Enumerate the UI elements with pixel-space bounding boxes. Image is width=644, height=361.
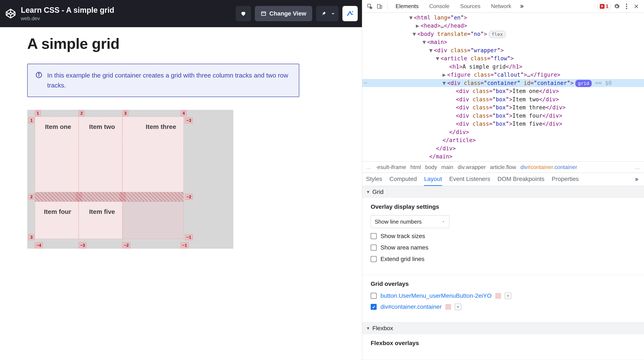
grid-section-header[interactable]: ▼ Grid	[362, 186, 644, 198]
error-x-icon: ✕	[600, 4, 604, 9]
subtab-properties[interactable]: Properties	[552, 173, 579, 186]
change-view-label: Change View	[269, 10, 306, 17]
grid-line-number: 2	[28, 194, 34, 200]
grid-line-number: −1	[181, 242, 188, 248]
info-icon	[35, 71, 42, 90]
crumb-active[interactable]: div#container.container	[520, 164, 577, 171]
subtab-layout[interactable]: Layout	[424, 173, 442, 186]
crumb-ellipsis[interactable]: …	[366, 164, 372, 171]
subtab-dom-breakpoints[interactable]: DOM Breakpoints	[498, 173, 544, 186]
overlay-row: div#container.container ⌖	[371, 304, 636, 310]
crumb[interactable]: html	[410, 164, 421, 171]
subtab-styles[interactable]: Styles	[366, 173, 382, 186]
styles-subtabs: Styles Computed Layout Event Listeners D…	[362, 173, 644, 186]
grid-line-number: 3	[28, 234, 34, 240]
disclosure-triangle-icon: ▼	[366, 326, 370, 331]
more-subtabs-icon[interactable]	[632, 176, 640, 183]
subtab-event-listeners[interactable]: Event Listeners	[449, 173, 490, 186]
codepen-logo-icon[interactable]	[4, 7, 17, 20]
close-devtools-icon[interactable]	[632, 2, 640, 10]
highlight-element-icon[interactable]: ⌖	[505, 293, 511, 299]
grid-line-number: −3	[79, 242, 86, 248]
pin-dropdown-button[interactable]	[328, 6, 338, 21]
inspect-element-icon[interactable]	[366, 2, 374, 10]
preview-body: A simple grid In this example the grid c…	[0, 27, 362, 361]
grid-line-number: 1	[28, 117, 34, 123]
crumb[interactable]: body	[425, 164, 437, 171]
tab-network[interactable]: Network	[487, 0, 516, 12]
grid-line-number: −2	[122, 242, 130, 248]
color-swatch[interactable]	[496, 293, 501, 299]
error-badge[interactable]: ✕ 1	[598, 3, 611, 10]
grid-line-number: −2	[185, 194, 193, 200]
more-menu-icon[interactable]	[623, 2, 630, 10]
grid-line-number: 4	[181, 110, 186, 116]
page-title: A simple grid	[27, 35, 335, 52]
grid-item: Item five	[79, 202, 122, 239]
overlay-label[interactable]: button.UserMenu_userMenuButton-2eiYO	[380, 292, 492, 299]
dom-tree[interactable]: ▼<html lang="en"> ▶<head>…</head> ▼<body…	[362, 13, 644, 161]
pen-title[interactable]: Learn CSS - A simple grid	[21, 6, 236, 15]
svg-point-5	[352, 11, 353, 12]
tab-sources[interactable]: Sources	[456, 0, 484, 12]
flexbox-section-header[interactable]: ▼ Flexbox	[362, 322, 644, 334]
settings-icon[interactable]	[613, 2, 620, 10]
crumb[interactable]: ·esult-iframe	[376, 164, 406, 171]
grid-line-number: 3	[122, 110, 128, 116]
tab-console[interactable]: Console	[425, 0, 454, 12]
grid-line-number: −4	[35, 242, 43, 248]
overlay-settings-title: Overlay display settings	[371, 203, 636, 210]
grid-item: Item one	[35, 117, 79, 192]
more-tabs-icon[interactable]	[518, 2, 526, 10]
line-number-select[interactable]: Show line numbers	[371, 215, 449, 228]
crumb[interactable]: main	[442, 164, 453, 171]
pen-author[interactable]: web.dev	[21, 15, 236, 21]
layout-flexbox-section: ▼ Flexbox Flexbox overlays	[362, 322, 644, 360]
grid-item: Item two	[79, 117, 122, 192]
checkbox-track-sizes[interactable]	[371, 233, 376, 239]
highlight-element-icon[interactable]: ⌖	[455, 304, 461, 310]
svg-point-14	[626, 8, 627, 9]
grid-badge[interactable]: grid	[575, 80, 592, 87]
disclosure-triangle-icon: ▼	[366, 190, 370, 195]
svg-rect-11	[380, 5, 382, 8]
overlay-checkbox-checked[interactable]	[371, 304, 376, 310]
checkbox-area-names[interactable]	[371, 245, 376, 251]
export-button[interactable]	[342, 6, 358, 21]
color-swatch[interactable]	[446, 304, 451, 310]
overlay-label[interactable]: div#container.container	[380, 304, 442, 310]
pin-icon	[321, 11, 326, 16]
flexbox-overlays-title: Flexbox overlays	[371, 340, 636, 347]
crumb[interactable]: article.flow	[490, 164, 516, 171]
overlay-checkbox[interactable]	[371, 293, 376, 299]
svg-rect-10	[378, 4, 380, 8]
devtools-topbar: Elements Console Sources Network ✕ 1	[362, 0, 644, 13]
svg-point-8	[38, 73, 39, 74]
chevron-down-icon	[442, 219, 445, 225]
grid-item: Item three	[122, 117, 184, 192]
like-button[interactable]	[236, 6, 251, 21]
checkbox-extend-lines[interactable]	[371, 256, 376, 262]
subtab-computed[interactable]: Computed	[390, 173, 417, 186]
grid-line-number: −3	[185, 117, 193, 123]
overlay-row: button.UserMenu_userMenuButton-2eiYO ⌖	[371, 292, 636, 299]
layout-icon	[261, 11, 266, 16]
crumb[interactable]: div.wrapper	[458, 164, 486, 171]
device-toolbar-icon[interactable]	[376, 2, 384, 10]
codepen-pane: Learn CSS - A simple grid web.dev Change…	[0, 0, 362, 361]
svg-point-13	[626, 6, 627, 7]
chevron-down-icon	[331, 11, 335, 16]
tab-elements[interactable]: Elements	[391, 0, 423, 12]
crumb-ellipsis-right[interactable]: …	[635, 164, 640, 171]
dom-breadcrumbs[interactable]: … ·esult-iframe html body main div.wrapp…	[362, 161, 644, 173]
devtools-pane: Elements Console Sources Network ✕ 1	[362, 0, 644, 361]
change-view-button[interactable]: Change View	[255, 6, 312, 21]
svg-point-12	[626, 3, 627, 5]
export-icon	[346, 10, 354, 17]
grid-line-number: 2	[79, 110, 84, 116]
grid-overlays-title: Grid overlays	[371, 281, 636, 287]
error-count: 1	[606, 3, 608, 9]
info-callout: In this example the grid container creat…	[27, 64, 299, 97]
selected-dom-node[interactable]: ⋯ ▼<div class="container" id="container"…	[362, 79, 644, 87]
grid-line-number: −1	[185, 234, 193, 240]
